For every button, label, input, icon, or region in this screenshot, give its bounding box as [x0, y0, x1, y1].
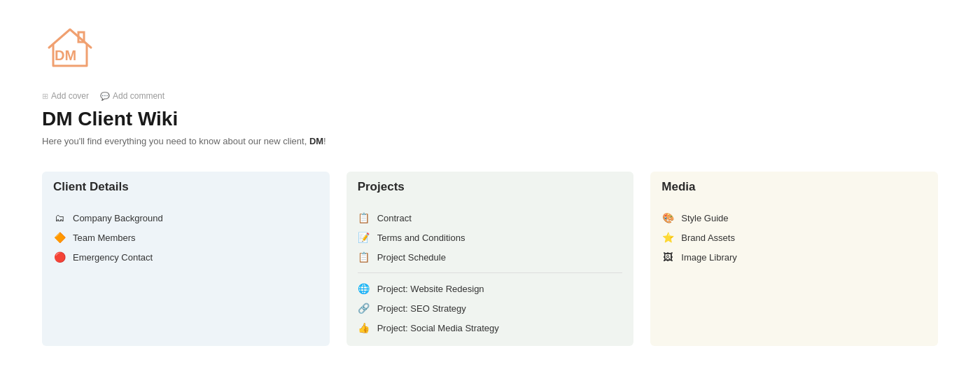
item-icon: 📋: [358, 212, 370, 223]
cover-icon: ⊞: [42, 92, 48, 101]
item-icon: 👍: [358, 322, 370, 333]
item-label: Project Schedule: [377, 252, 446, 263]
item-label: Project: Social Media Strategy: [377, 323, 499, 333]
page-title: DM Client Wiki: [42, 108, 938, 130]
list-item[interactable]: 🔗Project: SEO Strategy: [346, 298, 634, 318]
section-items-media: 🎨Style Guide⭐Brand Assets🖼Image Library: [650, 202, 938, 275]
toolbar: ⊞ Add cover 💬 Add comment: [42, 91, 938, 101]
item-label: Team Members: [73, 233, 136, 243]
section-client-details: Client Details🗂Company Background🔶Team M…: [42, 172, 330, 346]
list-item[interactable]: 🌐Project: Website Redesign: [346, 279, 634, 298]
item-icon: 🎨: [662, 212, 674, 223]
list-item[interactable]: ⭐Brand Assets: [650, 228, 938, 247]
add-comment-label: Add comment: [113, 91, 164, 101]
item-label: Project: Website Redesign: [377, 284, 484, 294]
item-label: Project: SEO Strategy: [377, 303, 466, 314]
item-label: Style Guide: [681, 213, 728, 223]
item-icon: 🗂: [53, 212, 66, 223]
item-icon: 🔴: [53, 251, 66, 263]
add-cover-button[interactable]: ⊞ Add cover: [42, 91, 89, 101]
list-item[interactable]: 📋Project Schedule: [346, 247, 634, 267]
item-label: Terms and Conditions: [377, 233, 465, 243]
list-item[interactable]: 🎨Style Guide: [650, 208, 938, 228]
item-label: Brand Assets: [681, 233, 735, 243]
section-projects: Projects📋Contract📝Terms and Conditions📋P…: [346, 172, 634, 346]
page-wrapper: DM ⊞ Add cover 💬 Add comment DM Client W…: [0, 0, 980, 374]
list-item[interactable]: 🗂Company Background: [42, 208, 330, 228]
subtitle-highlight: DM: [309, 136, 323, 146]
item-label: Emergency Contact: [73, 252, 153, 263]
list-item[interactable]: 🔶Team Members: [42, 228, 330, 247]
dm-logo: DM: [42, 21, 98, 77]
list-item[interactable]: 🖼Image Library: [650, 247, 938, 267]
logo-area: DM: [42, 21, 938, 80]
section-items-client-details: 🗂Company Background🔶Team Members🔴Emergen…: [42, 202, 330, 275]
item-icon: 📋: [358, 251, 370, 263]
section-media: Media🎨Style Guide⭐Brand Assets🖼Image Lib…: [650, 172, 938, 346]
list-item[interactable]: 📝Terms and Conditions: [346, 228, 634, 247]
add-cover-label: Add cover: [51, 91, 89, 101]
list-item[interactable]: 📋Contract: [346, 208, 634, 228]
page-subtitle: Here you'll find everything you need to …: [42, 136, 938, 146]
section-divider: [358, 272, 623, 273]
item-icon: 🔶: [53, 232, 66, 243]
list-item[interactable]: 👍Project: Social Media Strategy: [346, 318, 634, 338]
subtitle-before: Here you'll find everything you need to …: [42, 136, 307, 146]
section-items-projects: 📋Contract📝Terms and Conditions📋Project S…: [346, 202, 634, 346]
item-label: Image Library: [681, 252, 736, 263]
add-comment-button[interactable]: 💬 Add comment: [100, 91, 164, 101]
svg-text:DM: DM: [55, 48, 76, 63]
item-icon: 📝: [358, 232, 370, 243]
subtitle-after: !: [323, 136, 326, 146]
item-label: Company Background: [73, 213, 163, 223]
columns-container: Client Details🗂Company Background🔶Team M…: [42, 172, 938, 346]
section-header-media: Media: [650, 172, 938, 202]
section-header-client-details: Client Details: [42, 172, 330, 202]
comment-icon: 💬: [100, 92, 110, 101]
item-icon: ⭐: [662, 232, 674, 243]
item-icon: 🔗: [358, 303, 370, 314]
item-icon: 🖼: [662, 251, 674, 263]
svg-rect-0: [78, 32, 84, 42]
section-header-projects: Projects: [346, 172, 634, 202]
item-label: Contract: [377, 213, 412, 223]
list-item[interactable]: 🔴Emergency Contact: [42, 247, 330, 267]
item-icon: 🌐: [358, 283, 370, 294]
